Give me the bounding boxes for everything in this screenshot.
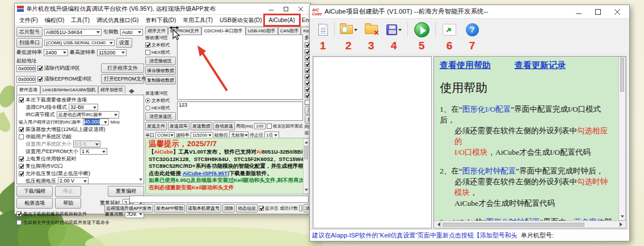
remote-upgrade-publish-button[interactable]: 远程现场升级APP发布 bbox=[104, 204, 153, 213]
scan-port-button[interactable]: 扫描串口 bbox=[16, 38, 43, 48]
tab-can[interactable]: CAN助手 bbox=[278, 27, 301, 35]
menu-debug-interface[interactable]: 调试仿真接口(G) bbox=[93, 15, 142, 26]
help-icon[interactable] bbox=[461, 23, 483, 36]
close-project-icon[interactable]: ✕ bbox=[360, 25, 382, 34]
scroll-right-icon[interactable] bbox=[620, 222, 625, 227]
long-delay-checkbox[interactable] bbox=[19, 156, 24, 162]
irc-freq-combo[interactable]: 40.000 bbox=[83, 118, 109, 125]
close-icon[interactable] bbox=[293, 5, 308, 14]
send-text-mode-radio[interactable] bbox=[145, 98, 150, 103]
osc-gain-checkbox[interactable] bbox=[19, 127, 24, 132]
sys-size-combo[interactable]: 0.5 K bbox=[73, 141, 100, 147]
loopback-checkbox[interactable] bbox=[267, 124, 272, 129]
aicube-isp-link[interactable]: AiCube-ISP(6.95T) bbox=[183, 170, 229, 176]
open-eeprom-file-button[interactable]: 打开EEPROM文件 bbox=[101, 74, 144, 84]
sys-area-checkbox[interactable] bbox=[19, 134, 24, 139]
clear-recv-button[interactable]: 清空接收区 bbox=[145, 57, 176, 65]
serial-port-combo[interactable]: (COM6) USB-SERIAL CH340 bbox=[44, 40, 115, 46]
beep-checkbox[interactable] bbox=[259, 206, 264, 211]
help-vertical-scrollbar[interactable] bbox=[618, 57, 626, 220]
menu-common-tools[interactable]: 常用工具(T) bbox=[179, 15, 216, 26]
scroll-left-icon[interactable] bbox=[435, 222, 440, 227]
recv-text-mode-checkbox[interactable] bbox=[145, 43, 150, 48]
menu-downloads[interactable]: 资料下载(D) bbox=[142, 15, 179, 26]
modify-hw-checkbox[interactable] bbox=[19, 97, 24, 103]
send-data-button[interactable]: 发送数据 bbox=[191, 122, 212, 130]
view-help-link[interactable]: 查看使用帮助 bbox=[440, 60, 491, 71]
send-enter-button[interactable]: 发送回车 bbox=[168, 122, 190, 130]
save-recv-button[interactable]: 保存接收数据 bbox=[145, 66, 176, 75]
clear-code-checkbox[interactable] bbox=[37, 66, 43, 71]
send-hex-mode-radio[interactable] bbox=[145, 105, 150, 111]
tab-hw-options[interactable]: 硬件选项 bbox=[16, 85, 40, 94]
close-icon[interactable] bbox=[608, 6, 627, 18]
open-code-file-button[interactable]: 打开程序文件 bbox=[101, 63, 144, 73]
chip-model-combo[interactable]: AI8051U-34K64 bbox=[44, 29, 102, 36]
auto-send-button[interactable]: 自动发送 bbox=[213, 122, 235, 130]
max-baud-combo[interactable]: 115200 bbox=[97, 49, 127, 56]
lvr-checkbox[interactable] bbox=[19, 171, 24, 176]
eeprom-size-combo[interactable]: 1 K bbox=[80, 148, 107, 155]
clear-eeprom-checkbox[interactable] bbox=[37, 77, 43, 82]
menu-tools[interactable]: 工具(T) bbox=[68, 15, 93, 26]
copy-recv-button[interactable]: 复制接收数据 bbox=[145, 76, 176, 84]
code-addr-field[interactable]: 0x0000 bbox=[16, 65, 36, 72]
pin-count-combo[interactable]: Auto bbox=[120, 29, 143, 36]
project-tree-panel[interactable] bbox=[313, 56, 432, 228]
tab-cdc-hid-serial[interactable]: CDC/HID-串口助手 bbox=[201, 26, 246, 35]
tab-eeprom-file[interactable]: EEPROM文件 bbox=[168, 27, 201, 35]
reload-target-checkbox[interactable] bbox=[16, 211, 22, 217]
send-file-button[interactable]: 发送文件 bbox=[145, 122, 167, 130]
menu-aicube[interactable]: AiCube(A) bbox=[266, 16, 298, 24]
tab-encrypt[interactable]: 程序加密后 bbox=[98, 86, 125, 94]
publish-path-field[interactable] bbox=[129, 196, 309, 203]
lvd-voltage-combo[interactable]: 2.00 V bbox=[58, 177, 89, 184]
help-horizontal-scrollbar[interactable] bbox=[434, 220, 626, 228]
new-project-icon[interactable] bbox=[313, 24, 332, 36]
aicube-window: AiCCube AiCube项目创建助手 (V1.00T) --前海方舟智能开发… bbox=[309, 5, 630, 241]
cpu-mode-combo[interactable]: 32-Bit bbox=[69, 104, 98, 111]
tab-scroll-left-icon[interactable] bbox=[127, 89, 132, 94]
eeprom-addr-field[interactable]: 0x0000 bbox=[16, 76, 36, 83]
read-disk-id-button[interactable]: 读取本机硬盘号 bbox=[186, 204, 221, 213]
autoload-checkbox[interactable] bbox=[16, 220, 22, 225]
receive-textarea[interactable] bbox=[177, 35, 303, 100]
maximize-icon[interactable] bbox=[279, 5, 293, 14]
recv-hex-mode-checkbox[interactable] bbox=[145, 50, 150, 55]
chip-model-button[interactable]: 芯片型号 bbox=[16, 27, 43, 37]
maximize-icon[interactable] bbox=[588, 6, 608, 18]
menu-file[interactable]: 文件(F) bbox=[16, 15, 41, 26]
open-project-icon[interactable] bbox=[336, 25, 360, 34]
generate-run-icon[interactable] bbox=[410, 22, 433, 37]
menu-program[interactable]: 编程(O) bbox=[41, 15, 68, 26]
tab-scroll-right-icon[interactable] bbox=[132, 89, 137, 94]
dynamic-info-button[interactable]: 动态信息 bbox=[236, 204, 258, 213]
options-scroll-down-icon[interactable] bbox=[139, 179, 142, 183]
open-dropdown-icon[interactable] bbox=[354, 29, 357, 33]
clear-send-button[interactable]: 清空发送区 bbox=[145, 112, 176, 121]
publish-help-button[interactable]: 发布APP帮助 bbox=[154, 204, 185, 213]
reset-io-checkbox[interactable] bbox=[19, 164, 24, 169]
tab-offline-writer[interactable]: Link1B/Writer1A/U8W脱机 bbox=[40, 86, 98, 94]
export-icon[interactable] bbox=[437, 24, 461, 36]
irc-mode-combo[interactable]: 总是动态调节IRC频率 bbox=[57, 111, 119, 118]
help-button[interactable]: 帮助 bbox=[55, 198, 81, 209]
min-baud-combo[interactable]: 2400 bbox=[44, 49, 68, 56]
minimize-icon[interactable] bbox=[264, 5, 279, 14]
check-options-button[interactable]: 检测选项 bbox=[16, 198, 53, 209]
menu-usb-driver[interactable]: USB驱动安装(D) bbox=[216, 15, 265, 26]
minimize-icon[interactable] bbox=[569, 6, 588, 18]
send-buffer-label: 发送缓冲区 bbox=[145, 90, 176, 96]
stop-button[interactable]: 停止 bbox=[55, 186, 81, 197]
tab-program-file[interactable]: 程序文件 bbox=[145, 27, 168, 35]
save-project-icon[interactable] bbox=[382, 24, 406, 35]
send-textarea[interactable]: 123 bbox=[177, 101, 303, 121]
clear-button[interactable]: 清除 bbox=[222, 204, 235, 213]
port-settings-button[interactable]: 设置 bbox=[116, 38, 132, 48]
period-field[interactable]: 100 bbox=[254, 123, 266, 129]
download-button[interactable]: 下载/编程 bbox=[16, 186, 53, 197]
tab-usb-hid[interactable]: USB-HID助手 bbox=[246, 27, 278, 35]
save-dropdown-icon[interactable] bbox=[398, 29, 402, 33]
view-changelog-link[interactable]: 查看更新记录 bbox=[515, 60, 566, 71]
notice-scrollbar[interactable] bbox=[303, 138, 309, 194]
